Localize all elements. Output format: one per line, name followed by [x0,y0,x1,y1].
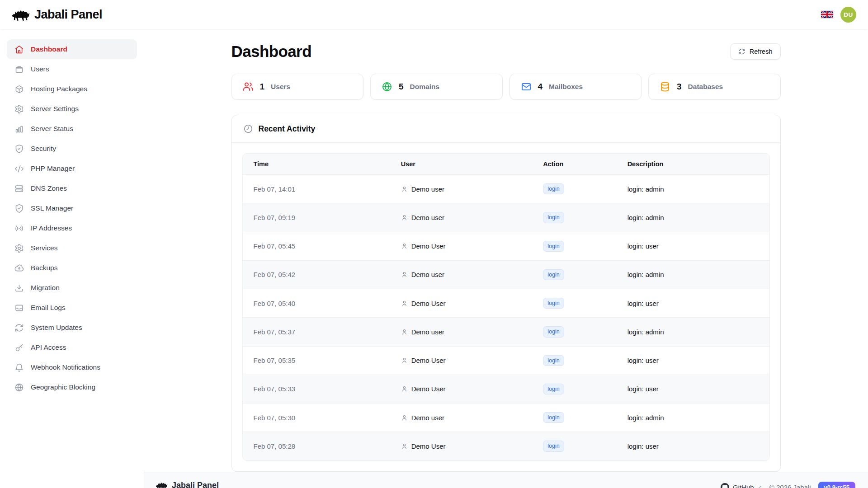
sidebar-item-php-manager[interactable]: PHP Manager [7,159,137,178]
sidebar-item-email-logs[interactable]: Email Logs [7,298,137,318]
cell-time: Feb 07, 14:01 [243,175,390,203]
sidebar-item-system-updates[interactable]: System Updates [7,318,137,338]
bell-icon [14,363,24,372]
stat-card-databases[interactable]: 3 Databases [648,74,781,100]
cell-time: Feb 07, 05:37 [243,318,390,346]
sidebar-item-api-access[interactable]: API Access [7,338,137,357]
sidebar-item-label: Server Settings [31,105,79,113]
column-header-user: User [390,154,533,175]
action-badge: login [543,384,564,394]
sidebar-item-label: Migration [31,284,60,292]
sidebar-item-label: Users [31,65,49,73]
refresh-button-label: Refresh [750,48,773,55]
gear-icon [14,244,24,253]
sidebar-item-users[interactable]: Users [7,59,137,79]
stat-card-users[interactable]: 1 Users [231,74,364,100]
action-badge: login [543,298,564,309]
stat-label: Users [271,83,290,91]
cell-description: login: admin [617,404,769,432]
footer-copyright: © 2026 Jabali [769,483,811,488]
table-row: Feb 07, 05:42 Demo user login login: adm… [243,260,769,289]
action-badge: login [543,212,564,223]
inbox-icon [14,303,24,313]
app-logo[interactable]: Jabali Panel [11,7,102,23]
person-icon [401,385,408,392]
activity-table: Time User Action Description Feb 07, 14:… [243,154,769,460]
sidebar-item-hosting-packages[interactable]: Hosting Packages [7,79,137,99]
stat-card-mailboxes[interactable]: 4 Mailboxes [509,74,642,100]
main-content: Dashboard Refresh 1 Users 5 Domains [231,29,781,472]
cell-description: login: user [617,232,769,260]
table-row: Feb 07, 09:19 Demo user login login: adm… [243,203,769,232]
person-icon [401,357,408,364]
sidebar-item-server-settings[interactable]: Server Settings [7,99,137,119]
cell-time: Feb 07, 09:19 [243,203,390,232]
github-icon [721,483,729,488]
sidebar-item-geographic-blocking[interactable]: Geographic Blocking [7,377,137,397]
globe-icon [14,383,24,392]
app-title: Jabali Panel [34,8,102,22]
cell-description: login: admin [617,260,769,289]
sidebar-item-label: Server Status [31,125,73,133]
user-avatar[interactable]: DU [840,7,856,23]
sidebar-item-webhook-notifications[interactable]: Webhook Notifications [7,357,137,377]
cell-description: login: admin [617,203,769,232]
cell-user: Demo User [411,385,446,393]
column-header-description: Description [617,154,769,175]
sidebar-item-backups[interactable]: Backups [7,258,137,278]
column-header-time: Time [243,154,390,175]
code-icon [14,164,24,174]
table-row: Feb 07, 14:01 Demo user login login: adm… [243,175,769,203]
cell-time: Feb 07, 05:35 [243,346,390,375]
person-icon [401,328,408,335]
sidebar-item-label: Backups [31,264,57,272]
github-link-label: GitHub [733,483,754,488]
github-link[interactable]: GitHub ↗ [721,483,762,488]
sidebar-item-ssl-manager[interactable]: SSL Manager [7,198,137,218]
table-row: Feb 07, 05:30 Demo user login login: adm… [243,404,769,432]
table-row: Feb 07, 05:35 Demo User login login: use… [243,346,769,375]
person-icon [401,271,408,278]
shield-check-icon [14,204,24,213]
sidebar-item-ip-addresses[interactable]: IP Addresses [7,218,137,238]
sidebar-item-dashboard[interactable]: Dashboard [7,39,137,59]
table-row: Feb 07, 05:45 Demo User login login: use… [243,232,769,260]
stat-value: 3 [677,82,682,92]
uk-flag-icon [821,10,833,19]
external-link-icon: ↗ [758,484,762,488]
sidebar-item-security[interactable]: Security [7,139,137,159]
refresh-icon [738,48,745,55]
cell-time: Feb 07, 05:42 [243,260,390,289]
sidebar-item-dns-zones[interactable]: DNS Zones [7,178,137,198]
cell-user: Demo user [411,271,444,278]
footer-brand-title: Jabali Panel [172,481,219,488]
clock-icon [243,124,253,134]
stat-card-domains[interactable]: 5 Domains [370,74,503,100]
stat-label: Mailboxes [549,83,583,91]
refresh-icon [14,323,24,333]
sidebar-item-label: SSL Manager [31,204,73,212]
cell-user: Demo user [411,328,444,336]
sidebar-item-migration[interactable]: Migration [7,278,137,298]
sidebar-item-label: System Updates [31,324,82,332]
footer-brand: Jabali Panel [155,480,219,488]
key-icon [14,343,24,352]
person-icon [401,443,408,450]
sidebar-item-label: Email Logs [31,304,66,312]
action-badge: login [543,269,564,280]
globe-stat-icon [382,81,392,92]
sidebar-item-server-status[interactable]: Server Status [7,119,137,139]
mail-stat-icon [521,81,532,92]
cell-description: login: user [617,432,769,460]
cell-time: Feb 07, 05:40 [243,289,390,318]
footer: Jabali Panel GitHub ↗ © 2026 Jabali v0.9… [144,472,868,488]
cell-description: login: admin [617,175,769,203]
cell-description: login: admin [617,318,769,346]
sidebar-item-label: Dashboard [31,45,67,53]
version-badge: v0.9-rc55 [818,482,855,488]
sidebar-item-services[interactable]: Services [7,238,137,258]
stat-value: 4 [538,82,543,92]
language-flag-button[interactable] [821,10,833,19]
recent-activity-title: Recent Activity [259,124,316,134]
refresh-button[interactable]: Refresh [730,43,781,60]
